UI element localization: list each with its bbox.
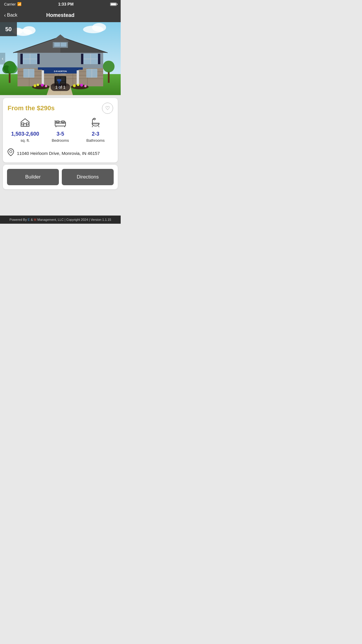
svg-point-58: [34, 84, 36, 87]
footer: Powered By E & M Management, LLC | Copyr…: [0, 216, 121, 224]
footer-e: E: [28, 218, 30, 221]
builder-button[interactable]: Builder: [7, 169, 59, 185]
svg-rect-77: [55, 122, 66, 126]
svg-rect-84: [92, 123, 99, 124]
photo-badge: 50: [0, 22, 17, 36]
svg-point-64: [77, 84, 79, 86]
bathrooms-label: Bathrooms: [86, 138, 105, 143]
svg-rect-46: [98, 54, 100, 64]
back-arrow-icon: ‹: [4, 12, 6, 18]
svg-rect-55: [108, 71, 110, 83]
page-title: Homestead: [46, 12, 74, 18]
status-right: [110, 3, 117, 6]
favorite-button[interactable]: ♡: [102, 103, 113, 114]
svg-text:D·R·HORTON: D·R·HORTON: [54, 70, 67, 72]
svg-point-54: [8, 64, 17, 74]
time-display: 1:33 PM: [58, 2, 73, 6]
location-icon: [8, 148, 14, 158]
svg-rect-40: [20, 54, 23, 64]
bedrooms-label: Bedrooms: [52, 138, 69, 143]
svg-text:‹: ‹: [2, 56, 3, 61]
house-icon: [20, 118, 30, 129]
photo-counter: 1 of 1: [50, 83, 70, 91]
sqft-spec: 1,503-2,600 sq. ft.: [8, 118, 43, 143]
price-label: From the $290s: [8, 104, 55, 112]
price-row: From the $290s ♡: [8, 103, 113, 114]
battery-icon: [110, 3, 117, 6]
svg-rect-21: [54, 43, 60, 47]
svg-rect-29: [61, 77, 65, 81]
action-buttons: Builder Directions: [7, 169, 114, 185]
details-card: From the $290s ♡ 1,503-2,600 sq. ft.: [3, 98, 118, 162]
svg-rect-45: [81, 54, 83, 64]
bath-icon: [90, 118, 101, 129]
svg-rect-41: [37, 54, 40, 64]
svg-point-71: [92, 23, 106, 32]
footer-m: M: [34, 218, 36, 221]
svg-point-65: [80, 84, 83, 87]
nav-bar: ‹ Back Homestead: [0, 8, 121, 22]
bathrooms-value: 2-3: [92, 131, 99, 137]
svg-line-86: [99, 126, 99, 127]
wifi-icon: 📶: [17, 2, 22, 6]
svg-point-59: [37, 84, 39, 86]
heart-icon: ♡: [105, 105, 110, 111]
svg-point-66: [84, 85, 87, 87]
status-left: Carrier 📶: [4, 2, 22, 6]
sqft-label: sq. ft.: [20, 138, 30, 143]
action-card: Builder Directions: [3, 165, 118, 189]
status-bar: Carrier 📶 1:33 PM: [0, 0, 121, 8]
sqft-value: 1,503-2,600: [11, 131, 39, 137]
spacer: [0, 192, 121, 216]
svg-point-56: [103, 61, 115, 72]
back-label: Back: [7, 13, 17, 18]
svg-point-60: [41, 84, 44, 87]
bedrooms-value: 3-5: [57, 131, 64, 137]
bedrooms-spec: 3-5 Bedrooms: [43, 118, 78, 143]
bed-icon: [55, 118, 66, 129]
bathrooms-spec: 2-3 Bathrooms: [78, 118, 113, 143]
svg-rect-50: [57, 79, 61, 81]
directions-button[interactable]: Directions: [62, 169, 114, 185]
carrier-label: Carrier: [4, 2, 16, 6]
property-image-section: D·R·HORTON America's Builder: [0, 22, 121, 95]
svg-point-68: [23, 26, 36, 34]
svg-point-91: [10, 150, 12, 153]
svg-line-85: [92, 126, 93, 127]
back-button[interactable]: ‹ Back: [4, 12, 17, 18]
svg-rect-22: [61, 43, 66, 47]
address-text: 11040 Heirloom Drive, Monrovia, IN 46157: [17, 151, 100, 156]
svg-text:America's Builder: America's Builder: [55, 73, 66, 75]
svg-point-63: [73, 84, 76, 87]
specs-row: 1,503-2,600 sq. ft. 3-5 Bedrooms: [8, 118, 113, 143]
address-row: 11040 Heirloom Drive, Monrovia, IN 46157: [8, 147, 113, 158]
svg-point-61: [45, 85, 47, 87]
